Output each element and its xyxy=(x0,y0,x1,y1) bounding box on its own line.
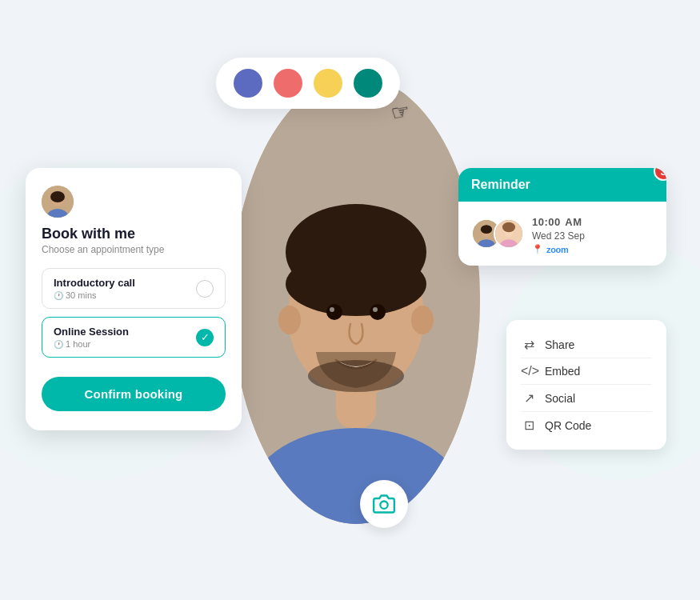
reminder-body: 10:00 AM Wed 23 Sep 📍 zoom xyxy=(458,202,666,266)
camera-icon[interactable] xyxy=(360,480,408,528)
reminder-info: 10:00 AM Wed 23 Sep 📍 zoom xyxy=(532,213,654,254)
reminder-card: Reminder 3 xyxy=(458,168,666,266)
share-item-share[interactable]: ⇄ Share xyxy=(521,331,652,358)
social-label: Social xyxy=(545,392,575,405)
appointment-option-online[interactable]: Online Session 🕐 1 hour ✓ xyxy=(42,317,226,358)
embed-label: Embed xyxy=(545,365,580,378)
booking-title: Book with me xyxy=(42,226,226,242)
clock-icon: 🕐 xyxy=(54,291,63,300)
location-icon: 📍 xyxy=(532,244,543,254)
svg-point-24 xyxy=(502,222,515,233)
booking-subtitle: Choose an appointment type xyxy=(42,244,226,255)
option-name: Introductory call xyxy=(54,277,196,289)
option-duration: 🕐 30 mins xyxy=(54,290,196,300)
svg-point-6 xyxy=(278,306,301,334)
reminder-avatars xyxy=(471,218,524,249)
appointment-option-introductory[interactable]: Introductory call 🕐 30 mins xyxy=(42,268,226,309)
check-selected[interactable]: ✓ xyxy=(196,329,214,346)
color-dot-yellow[interactable] xyxy=(314,69,342,98)
svg-point-11 xyxy=(373,307,378,312)
svg-point-5 xyxy=(286,252,426,316)
reminder-zoom: 📍 zoom xyxy=(532,244,654,254)
share-icon: ⇄ xyxy=(521,337,537,352)
avatar xyxy=(42,186,74,218)
confirm-booking-button[interactable]: Confirm booking xyxy=(42,377,226,411)
person-photo xyxy=(232,76,480,524)
share-item-embed[interactable]: </> Embed xyxy=(521,358,652,385)
reminder-date: Wed 23 Sep xyxy=(532,230,654,242)
color-dot-teal[interactable] xyxy=(354,69,382,98)
qr-label: QR Code xyxy=(545,419,591,432)
share-label: Share xyxy=(545,338,574,351)
booking-card: Book with me Choose an appointment type … xyxy=(26,168,242,430)
reminder-time: 10:00 AM xyxy=(532,213,654,230)
svg-point-25 xyxy=(380,502,387,509)
clock-icon-2: 🕐 xyxy=(54,340,63,349)
option-name-2: Online Session xyxy=(54,326,196,338)
svg-point-9 xyxy=(370,304,386,320)
share-card: ⇄ Share </> Embed ↗ Social ⊡ QR Code xyxy=(506,320,666,450)
share-item-social[interactable]: ↗ Social xyxy=(521,385,652,412)
embed-icon: </> xyxy=(521,364,537,378)
option-info: Introductory call 🕐 30 mins xyxy=(54,277,196,300)
zoom-logo: zoom xyxy=(546,245,569,254)
svg-point-7 xyxy=(411,306,434,334)
color-dot-purple[interactable] xyxy=(234,69,262,98)
share-item-qr[interactable]: ⊡ QR Code xyxy=(521,412,652,438)
option-info-2: Online Session 🕐 1 hour xyxy=(54,326,196,349)
reminder-avatar-2 xyxy=(494,218,524,249)
reminder-title: Reminder xyxy=(471,178,530,192)
option-duration-2: 🕐 1 hour xyxy=(54,339,196,349)
palette-card: ☞ xyxy=(216,58,400,109)
color-dot-red[interactable] xyxy=(274,69,302,98)
reminder-header: Reminder 3 xyxy=(458,168,666,202)
svg-point-20 xyxy=(481,225,492,234)
reminder-badge: 3 xyxy=(654,168,666,181)
qr-icon: ⊡ xyxy=(521,418,537,433)
svg-point-10 xyxy=(330,307,334,312)
svg-point-16 xyxy=(50,191,65,202)
radio-unselected[interactable] xyxy=(196,280,214,298)
svg-point-8 xyxy=(326,304,342,320)
social-icon: ↗ xyxy=(521,390,537,406)
